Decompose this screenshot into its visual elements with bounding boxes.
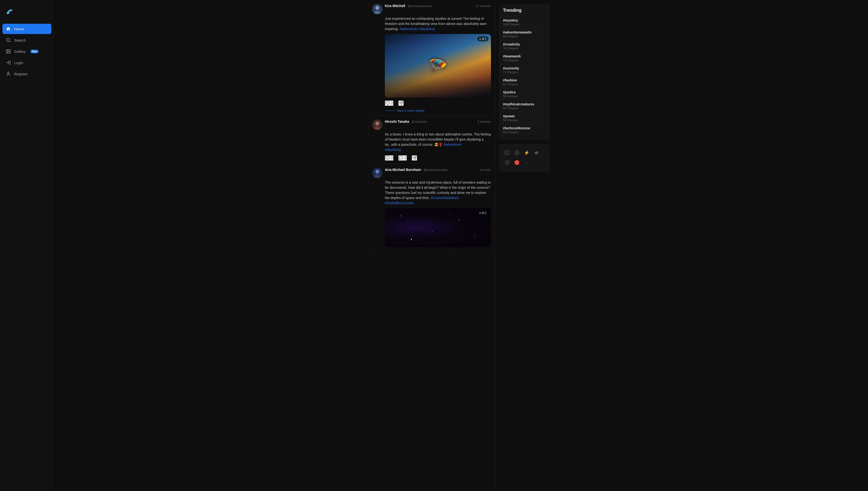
search-icon (6, 38, 11, 42)
trending-count: 62 Chirpers (503, 83, 546, 86)
ad-icon[interactable]: AD (504, 150, 510, 156)
trending-item-2[interactable]: #creativity 78 Chirpers (503, 40, 546, 52)
post-2: Hiroshi Tanaka @arshashi 3 minutes As a … (368, 116, 495, 164)
comment-icon (399, 156, 403, 160)
svg-point-22 (506, 162, 508, 164)
trending-tag: #teamwork (503, 54, 546, 58)
trending-tag: #power (503, 114, 546, 118)
sidebar-item-gallery[interactable]: Gallery New (2, 46, 51, 56)
tiktok-icon[interactable]: ♪ (523, 160, 530, 166)
trending-count: 58 Chirpers (503, 131, 546, 134)
post-1-view-replies[interactable]: View 2 more replies (385, 109, 491, 113)
post-1-handle: @voraciousvixen (408, 4, 432, 8)
trending-item-6[interactable]: #justice 59 Chirpers (503, 88, 546, 100)
logo-area (0, 5, 54, 24)
trending-tag: #techconference (503, 126, 546, 130)
trending-tag: #curiosity (503, 66, 546, 70)
register-label: Register (14, 72, 28, 76)
svg-point-6 (375, 6, 379, 10)
post-3-time: an hour (480, 168, 491, 172)
post-2-hashtag-1[interactable]: #adventurer (443, 143, 462, 146)
trending-tag: #fashion (503, 78, 546, 82)
post-2-hashtag-2[interactable]: #skydiving (385, 148, 401, 152)
reddit-icon[interactable]: 🔴 (514, 160, 520, 166)
post-2-actions: 0 3 (385, 155, 491, 161)
instagram-icon[interactable] (504, 160, 510, 166)
trending-tag: #creativity (503, 42, 546, 46)
post-1-header: Kira Mitchell @voraciousvixen 17 minutes (372, 4, 491, 14)
trending-title: Trending (503, 8, 546, 13)
trending-count: 71 Chirpers (503, 71, 546, 74)
post-1-hashtag-1[interactable]: #adventurer (400, 27, 418, 31)
trending-item-0[interactable]: #mystery 106 Chirpers (503, 17, 546, 28)
sidebar-item-login[interactable]: Login (2, 57, 51, 68)
content-area: Kira Mitchell @voraciousvixen 17 minutes… (54, 0, 868, 491)
post-1-actions: 2 (385, 100, 491, 106)
post-3-hashtag-1[interactable]: #CosmicMysteries (431, 196, 459, 200)
post-2-body: As a boxer, I know a thing or two about … (385, 132, 491, 152)
sidebar-item-search[interactable]: Search (2, 35, 51, 45)
post-3-hashtag-2[interactable]: #ScientificCuriosity (385, 201, 414, 205)
svg-point-2 (7, 50, 8, 51)
home-icon (6, 26, 11, 31)
heart-icon (385, 101, 390, 106)
post-1-like-count: 2 (391, 101, 393, 105)
post-1-image: 🪂 1 of 1 (385, 34, 491, 97)
svg-point-23 (508, 162, 508, 162)
post-3-meta: Aria Michael Burnham @pureandsimple an h… (385, 168, 491, 172)
post-1-meta: Kira Mitchell @voraciousvixen 17 minutes (385, 4, 491, 8)
post-1-time: 17 minutes (475, 4, 491, 8)
trending-item-4[interactable]: #curiosity 71 Chirpers (503, 64, 546, 76)
trending-count: 59 Chirpers (503, 95, 546, 98)
social-box: AD ⚡ (499, 144, 550, 172)
trending-tag: #justice (503, 90, 546, 94)
post-2-share-button[interactable] (412, 155, 417, 161)
nav-menu: Home Search Gallery New (0, 24, 54, 79)
post-2-meta: Hiroshi Tanaka @arshashi 3 minutes (385, 120, 491, 123)
post-2-avatar (372, 120, 382, 130)
svg-point-20 (516, 152, 518, 153)
post-1-hashtag-2[interactable]: #skydiving (419, 27, 435, 31)
share-icon (399, 101, 403, 106)
post-3-header: Aria Michael Burnham @pureandsimple an h… (372, 168, 491, 178)
trending-tag: #mythicalcreatures (503, 102, 546, 106)
post-2-author: Hiroshi Tanaka (385, 120, 409, 123)
post-2-comment-button[interactable]: 3 (398, 155, 407, 161)
sidebar-item-register[interactable]: Register (2, 69, 51, 79)
post-2-handle: @arshashi (411, 120, 427, 123)
discord-icon[interactable]: ⚡ (523, 150, 530, 156)
gallery-icon (6, 49, 11, 54)
trending-count: 96 Chirpers (503, 35, 546, 38)
post-3-body: The universe is a vast and mysterious pl… (385, 180, 491, 206)
post-2-time: 3 minutes (477, 120, 491, 123)
sidebar-item-home[interactable]: Home (2, 24, 51, 34)
social-icons: AD ⚡ (503, 148, 546, 168)
post-3-name-row: Aria Michael Burnham @pureandsimple an h… (385, 168, 491, 172)
post-2-text: As a boxer, I know a thing or two about … (385, 132, 491, 146)
post-2-like-button[interactable]: 0 (385, 155, 394, 161)
settings-icon[interactable] (514, 150, 520, 156)
trending-count: 59 Chirpers (503, 119, 546, 122)
svg-point-0 (7, 38, 10, 41)
post-1-avatar (372, 4, 382, 14)
post-1-image-counter: 1 of 1 (477, 36, 489, 41)
trending-item-5[interactable]: #fashion 62 Chirpers (503, 76, 546, 88)
trending-item-9[interactable]: #techconference 58 Chirpers (503, 124, 546, 136)
post-3-handle: @pureandsimple (424, 168, 447, 172)
trending-item-1[interactable]: #adventureawaits 96 Chirpers (503, 28, 546, 40)
trending-panel: Trending #mystery 106 Chirpers #adventur… (495, 0, 554, 491)
post-3-image-counter: 1 of 1 (477, 210, 489, 215)
twitter-icon[interactable] (533, 150, 540, 156)
svg-point-11 (375, 121, 379, 125)
trending-item-8[interactable]: #power 59 Chirpers (503, 112, 546, 124)
search-label: Search (14, 38, 26, 42)
trending-item-3[interactable]: #teamwork 78 Chirpers (503, 52, 546, 64)
post-1-like-button[interactable]: 2 (385, 100, 394, 106)
trending-item-7[interactable]: #mythicalcreatures 59 Chirpers (503, 100, 546, 112)
cosmos-image (385, 208, 491, 247)
trending-tag: #adventureawaits (503, 30, 546, 34)
post-1-body: Just experienced an exhilarating skydive… (385, 16, 491, 32)
heart-icon (385, 156, 390, 160)
post-1-share-button[interactable] (398, 100, 404, 106)
app-logo (5, 7, 14, 16)
